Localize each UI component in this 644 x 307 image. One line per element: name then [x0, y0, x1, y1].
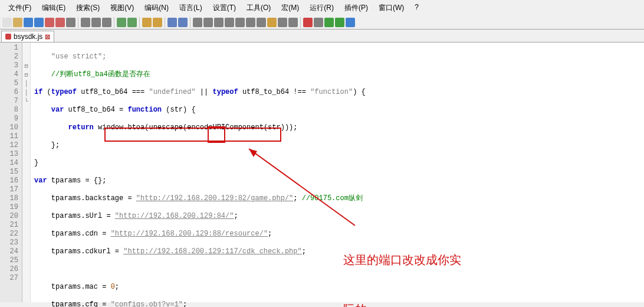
code-line: if (typeof utf8_to_b64 === "undefined" |…	[34, 88, 644, 97]
menu-view[interactable]: 视图(V)	[106, 2, 139, 14]
func-list-icon[interactable]	[267, 18, 277, 27]
fold-icon[interactable]	[235, 18, 245, 27]
code-line	[34, 265, 644, 274]
code-line: tparams.cdkurl = "http://192.168.200.129…	[34, 247, 644, 256]
cut-icon[interactable]	[81, 18, 90, 27]
save-icon[interactable]	[24, 18, 33, 27]
menu-file[interactable]: 文件(F)	[4, 2, 36, 14]
code-line: tparams.mac = 0;	[34, 283, 644, 292]
menu-tools[interactable]: 工具(O)	[242, 2, 275, 14]
toolbar-separator	[78, 17, 78, 28]
editor-area: 1234567891011121314151617181920212223242…	[0, 43, 644, 302]
code-line: tparams.sUrl = "http://192.168.200.129:8…	[34, 212, 644, 221]
zoom-out-icon[interactable]	[178, 18, 188, 27]
wrap-icon[interactable]	[193, 18, 202, 27]
macro-record-icon[interactable]	[303, 18, 313, 27]
toolbar-separator	[300, 17, 301, 28]
macro-save-icon[interactable]	[346, 18, 355, 27]
code-line: tparams.cdn = "http://192.168.200.129:88…	[34, 230, 644, 239]
code-line: var utf8_to_b64 = function (str) {	[34, 106, 644, 115]
fold-all-icon[interactable]	[225, 18, 234, 27]
code-line: var tparams = {};	[34, 177, 644, 185]
show-all-chars-icon[interactable]	[203, 18, 213, 27]
paste-icon[interactable]	[102, 18, 111, 27]
code-line: tparams.cfg = "configs.obj?v=1";	[34, 301, 644, 307]
macro-play-icon[interactable]	[324, 18, 334, 27]
monitor-icon[interactable]	[288, 18, 298, 27]
save-all-icon[interactable]	[34, 18, 44, 27]
doc-icon[interactable]	[257, 18, 266, 27]
menu-help[interactable]: ?	[410, 2, 423, 14]
code-line: tparams.backstage = "http://192.168.200.…	[34, 194, 644, 203]
menu-encoding[interactable]: 编码(N)	[140, 2, 173, 14]
tab-bar: bsysdk.js ⊠	[0, 30, 644, 43]
fold-column[interactable]: ⊟⊟││└	[22, 43, 31, 302]
code-line: }	[34, 159, 644, 168]
toolbar	[0, 16, 644, 30]
new-file-icon[interactable]	[2, 18, 12, 27]
menu-plugins[interactable]: 插件(P)	[340, 2, 373, 14]
code-line: "use strict";	[34, 53, 644, 61]
code-area[interactable]: "use strict"; //判断utf8_ba4函数是否存在 if (typ…	[31, 43, 644, 302]
redo-icon[interactable]	[127, 18, 137, 27]
close-icon[interactable]	[45, 18, 54, 27]
code-line: //判断utf8_ba4函数是否存在	[34, 70, 644, 79]
replace-icon[interactable]	[153, 18, 162, 27]
doc-map-icon[interactable]	[278, 18, 287, 27]
menu-bar: 文件(F) 编辑(E) 搜索(S) 视图(V) 编码(N) 语言(L) 设置(T…	[0, 0, 644, 16]
indent-guide-icon[interactable]	[214, 18, 224, 27]
toolbar-separator	[165, 17, 165, 28]
zoom-in-icon[interactable]	[167, 18, 177, 27]
svg-marker-1	[249, 149, 257, 157]
annotation-text: 这里的端口改改成你实 际的	[343, 218, 461, 307]
toolbar-separator	[139, 17, 140, 28]
file-tab[interactable]: bsysdk.js ⊠	[1, 31, 54, 42]
menu-macro[interactable]: 宏(M)	[277, 2, 304, 14]
copy-icon[interactable]	[91, 18, 101, 27]
macro-play-multi-icon[interactable]	[335, 18, 344, 27]
line-number-gutter: 1234567891011121314151617181920212223242…	[0, 43, 22, 302]
modified-dot-icon	[5, 34, 11, 40]
menu-search[interactable]: 搜索(S)	[71, 2, 104, 14]
menu-settings[interactable]: 设置(T)	[208, 2, 241, 14]
macro-stop-icon[interactable]	[314, 18, 323, 27]
print-icon[interactable]	[66, 18, 75, 27]
unfold-icon[interactable]	[246, 18, 255, 27]
tab-close-icon[interactable]: ⊠	[45, 33, 50, 41]
undo-icon[interactable]	[117, 18, 126, 27]
toolbar-separator	[190, 17, 190, 28]
code-line: return window.btoa(unescape(encodeURICom…	[34, 123, 644, 132]
menu-window[interactable]: 窗口(W)	[374, 2, 409, 14]
menu-lang[interactable]: 语言(L)	[175, 2, 207, 14]
menu-run[interactable]: 运行(R)	[305, 2, 339, 14]
menu-edit[interactable]: 编辑(E)	[37, 2, 70, 14]
tab-filename: bsysdk.js	[14, 32, 42, 41]
close-all-icon[interactable]	[55, 18, 65, 27]
toolbar-separator	[114, 17, 114, 28]
open-file-icon[interactable]	[13, 18, 22, 27]
find-icon[interactable]	[142, 18, 152, 27]
code-line: };	[34, 141, 644, 150]
